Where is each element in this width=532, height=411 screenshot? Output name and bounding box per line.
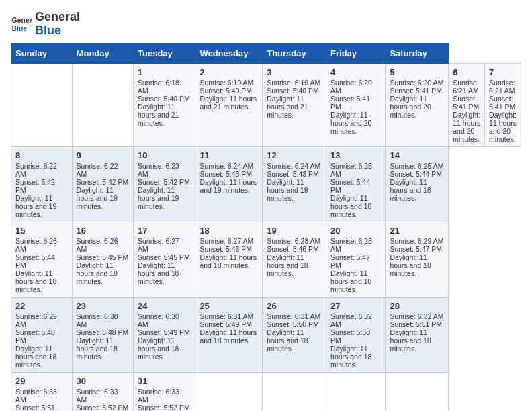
sunrise-text: Sunrise: 6:26 AM [77,237,118,253]
daylight-text: Daylight: 11 hours and 18 minutes. [267,328,308,353]
sunset-text: Sunset: 5:40 PM [267,87,319,95]
daylight-text: Daylight: 11 hours and 18 minutes. [200,328,257,345]
sunrise-text: Sunrise: 6:33 AM [77,387,118,404]
sunrise-text: Sunrise: 6:29 AM [15,312,57,328]
day-number: 22 [15,301,68,311]
day-number: 28 [390,301,444,311]
day-number: 29 [15,376,68,386]
day-number: 10 [138,150,191,161]
svg-text:Blue: Blue [12,24,28,32]
day-number: 14 [390,150,444,161]
calendar-cell: 2Sunrise: 6:19 AMSunset: 5:40 PMDaylight… [195,63,263,146]
sunrise-text: Sunrise: 6:26 AM [15,237,57,253]
sunrise-text: Sunrise: 6:30 AM [138,312,179,328]
header-cell-sunday: Sunday [11,43,73,63]
calendar-cell: 28Sunrise: 6:32 AMSunset: 5:51 PMDayligh… [386,297,449,372]
day-number: 18 [200,226,258,236]
daylight-text: Daylight: 11 hours and 19 minutes. [77,186,118,210]
daylight-text: Daylight: 11 hours and 18 minutes. [390,328,431,353]
daylight-text: Daylight: 11 hours and 20 minutes. [330,111,371,135]
daylight-text: Daylight: 11 hours and 18 minutes. [390,253,431,277]
daylight-text: Daylight: 11 hours and 18 minutes. [330,194,371,218]
sunrise-text: Sunrise: 6:28 AM [330,237,372,253]
calendar-cell: 27Sunrise: 6:32 AMSunset: 5:50 PMDayligh… [326,297,386,372]
day-number: 19 [267,226,322,236]
sunset-text: Sunset: 5:45 PM [138,253,190,261]
week-row-4: 22Sunrise: 6:29 AMSunset: 5:48 PMDayligh… [11,297,521,372]
sunset-text: Sunset: 5:47 PM [390,245,442,253]
sunrise-text: Sunrise: 6:21 AM [489,79,515,95]
calendar-cell: 25Sunrise: 6:31 AMSunset: 5:49 PMDayligh… [195,297,263,372]
day-number: 4 [330,67,381,77]
calendar-cell: 21Sunrise: 6:29 AMSunset: 5:47 PMDayligh… [386,222,449,297]
sunset-text: Sunset: 5:43 PM [267,170,319,178]
sunrise-text: Sunrise: 6:20 AM [390,79,443,87]
daylight-text: Daylight: 11 hours and 18 minutes. [138,336,179,361]
calendar-cell: 22Sunrise: 6:29 AMSunset: 5:48 PMDayligh… [11,297,73,372]
day-number: 31 [138,376,191,386]
calendar-cell: 20Sunrise: 6:28 AMSunset: 5:47 PMDayligh… [326,222,386,297]
calendar-cell [72,63,133,146]
daylight-text: Daylight: 11 hours and 18 minutes. [330,345,371,369]
calendar-cell: 26Sunrise: 6:31 AMSunset: 5:50 PMDayligh… [263,297,326,372]
logo-text: General Blue [35,11,80,38]
sunset-text: Sunset: 5:41 PM [390,87,442,95]
logo-icon: General Blue [11,13,32,35]
daylight-text: Daylight: 11 hours and 21 minutes. [200,95,257,111]
day-number: 6 [453,67,480,77]
daylight-text: Daylight: 11 hours and 18 minutes. [390,178,431,202]
sunrise-text: Sunrise: 6:24 AM [200,162,253,170]
sunset-text: Sunset: 5:40 PM [138,95,190,103]
daylight-text: Daylight: 11 hours and 19 minutes. [200,178,257,194]
calendar-cell: 1Sunrise: 6:18 AMSunset: 5:40 PMDaylight… [134,63,195,146]
sunrise-text: Sunrise: 6:22 AM [15,162,57,178]
calendar-cell: 23Sunrise: 6:30 AMSunset: 5:48 PMDayligh… [72,297,133,372]
logo-blue: Blue [35,24,80,38]
daylight-text: Daylight: 11 hours and 18 minutes. [200,253,257,269]
calendar-cell: 4Sunrise: 6:20 AMSunset: 5:41 PMDaylight… [326,63,386,146]
sunset-text: Sunset: 5:50 PM [330,328,370,345]
header-cell-wednesday: Wednesday [195,43,263,63]
week-row-2: 8Sunrise: 6:22 AMSunset: 5:42 PMDaylight… [11,146,521,222]
calendar-cell: 3Sunrise: 6:19 AMSunset: 5:40 PMDaylight… [263,63,326,146]
sunrise-text: Sunrise: 6:19 AM [267,79,320,87]
sunset-text: Sunset: 5:44 PM [330,178,370,194]
day-number: 26 [267,301,322,311]
sunset-text: Sunset: 5:43 PM [200,170,252,178]
sunrise-text: Sunrise: 6:27 AM [138,237,179,253]
calendar-cell: 11Sunrise: 6:24 AMSunset: 5:43 PMDayligh… [195,146,263,222]
daylight-text: Daylight: 11 hours and 21 minutes. [267,95,308,119]
sunrise-text: Sunrise: 6:23 AM [138,162,179,178]
header-cell-tuesday: Tuesday [134,43,195,63]
daylight-text: Daylight: 11 hours and 18 minutes. [267,253,308,277]
calendar-cell: 9Sunrise: 6:22 AMSunset: 5:42 PMDaylight… [72,146,133,222]
sunrise-text: Sunrise: 6:31 AM [200,312,253,320]
day-number: 15 [15,226,68,236]
sunrise-text: Sunrise: 6:25 AM [390,162,443,170]
header-cell-saturday: Saturday [386,43,449,63]
sunrise-text: Sunrise: 6:32 AM [390,312,443,320]
day-number: 27 [330,301,381,311]
day-number: 9 [77,150,129,161]
sunset-text: Sunset: 5:42 PM [15,178,55,194]
calendar-cell: 8Sunrise: 6:22 AMSunset: 5:42 PMDaylight… [11,146,73,222]
calendar-cell: 24Sunrise: 6:30 AMSunset: 5:49 PMDayligh… [134,297,195,372]
daylight-text: Daylight: 11 hours and 19 minutes. [267,178,308,202]
sunset-text: Sunset: 5:41 PM [489,95,515,111]
calendar-cell [263,372,326,411]
day-number: 3 [267,67,322,77]
day-number: 2 [200,67,258,77]
calendar-cell: 13Sunrise: 6:25 AMSunset: 5:44 PMDayligh… [326,146,386,222]
sunrise-text: Sunrise: 6:29 AM [390,237,443,245]
sunset-text: Sunset: 5:48 PM [15,328,55,345]
daylight-text: Daylight: 11 hours and 20 minutes. [453,111,480,143]
sunrise-text: Sunrise: 6:27 AM [200,237,253,245]
sunset-text: Sunset: 5:42 PM [138,178,190,186]
calendar-cell: 16Sunrise: 6:26 AMSunset: 5:45 PMDayligh… [72,222,133,297]
calendar-cell: 29Sunrise: 6:33 AMSunset: 5:51 PMDayligh… [11,372,73,411]
week-row-1: 1Sunrise: 6:18 AMSunset: 5:40 PMDaylight… [11,63,521,146]
calendar-cell: 18Sunrise: 6:27 AMSunset: 5:46 PMDayligh… [195,222,263,297]
day-number: 7 [489,67,517,77]
sunrise-text: Sunrise: 6:22 AM [77,162,118,178]
sunset-text: Sunset: 5:44 PM [15,253,55,269]
